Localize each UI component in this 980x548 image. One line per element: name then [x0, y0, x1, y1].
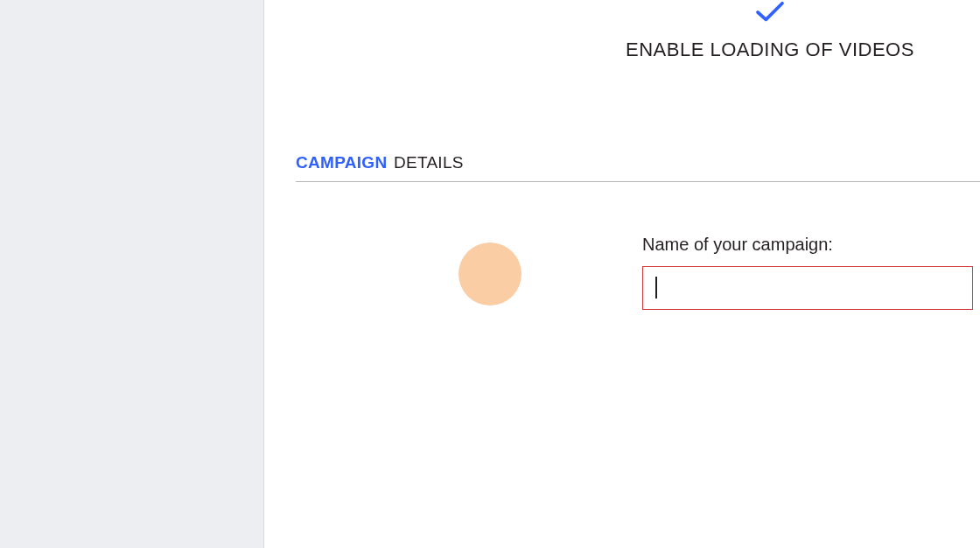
checkmark-icon — [753, 0, 787, 28]
sidebar — [0, 0, 264, 548]
enable-videos-label: ENABLE LOADING OF VIDEOS — [626, 39, 914, 61]
enable-videos-block[interactable]: ENABLE LOADING OF VIDEOS — [626, 0, 914, 61]
campaign-name-label: Name of your campaign: — [642, 235, 973, 255]
campaign-name-input[interactable] — [642, 266, 973, 310]
section-header-campaign-details: CAMPAIGN DETAILS — [296, 153, 980, 182]
section-header-rest: DETAILS — [394, 153, 464, 172]
main-content: ENABLE LOADING OF VIDEOS CAMPAIGN DETAIL… — [264, 0, 980, 548]
field-group-campaign-name: Name of your campaign: — [642, 235, 973, 310]
section-header-highlight: CAMPAIGN — [296, 153, 387, 172]
text-cursor — [655, 277, 657, 299]
